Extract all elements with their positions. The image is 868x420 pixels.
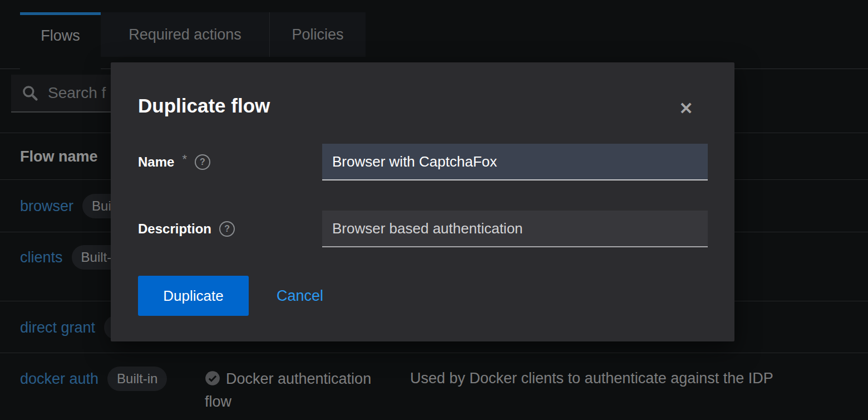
help-icon[interactable]: ?	[195, 154, 210, 170]
name-field-label-group: Name * ?	[138, 144, 210, 180]
name-field[interactable]	[322, 144, 708, 180]
duplicate-flow-modal: Duplicate flow ✕ Name * ? Description ? …	[111, 62, 734, 341]
description-field[interactable]	[322, 211, 708, 247]
description-field-label: Description	[138, 221, 211, 237]
cancel-button[interactable]: Cancel	[277, 287, 323, 305]
help-icon[interactable]: ?	[219, 221, 235, 237]
close-icon[interactable]: ✕	[673, 95, 699, 121]
modal-title: Duplicate flow	[138, 95, 270, 117]
required-asterisk: *	[182, 152, 187, 167]
authentication-page: Flows Required actions Policies Flow nam…	[0, 0, 868, 420]
name-field-label: Name	[138, 154, 174, 170]
description-field-label-group: Description ?	[138, 211, 235, 247]
duplicate-button[interactable]: Duplicate	[138, 276, 249, 316]
